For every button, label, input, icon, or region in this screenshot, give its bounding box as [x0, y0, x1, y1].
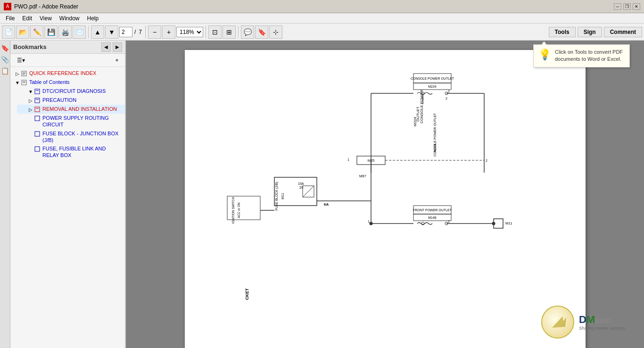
page-total: 7 — [138, 29, 143, 35]
menu-file[interactable]: File — [2, 14, 18, 23]
separator-3 — [206, 26, 206, 38]
bookmarks-list: ▷ QUICK REFERENCE INDEX ▼ Table of Conte… — [10, 67, 125, 348]
bottom-terminal-1: 1 — [368, 220, 370, 223]
panel-add-button[interactable]: + — [112, 55, 122, 66]
zoom-in-button[interactable]: + — [162, 25, 175, 39]
tooltip-bulb-icon: 💡 — [538, 49, 551, 61]
expand-toc[interactable]: ▼ — [14, 79, 21, 86]
next-page-button[interactable]: ▼ — [105, 25, 118, 39]
tooltip-arrow-inner — [542, 41, 546, 45]
logo-text-area: DMauto Sharing creates success — [579, 314, 625, 331]
circuit-diagram: CONSOLE POWER OUTLET M224 CONSOLE POWER … — [201, 69, 569, 333]
comment-button[interactable]: 💬 — [241, 25, 254, 39]
menu-view[interactable]: View — [36, 14, 56, 23]
bookmark-power-supply[interactable]: POWER SUPPLY ROUTING CIRCUIT — [17, 114, 125, 129]
print-button[interactable]: 🖨️ — [58, 25, 72, 39]
page-number-input[interactable] — [119, 27, 132, 37]
zoom-dropdown[interactable]: 118% 100% 75% 150% — [176, 27, 203, 37]
fit-page-button[interactable]: ⊡ — [208, 25, 222, 39]
save-button[interactable]: 💾 — [44, 25, 58, 39]
bm-icon-toc — [21, 79, 27, 86]
minimize-button[interactable]: ─ — [614, 3, 621, 10]
bookmark-label-dtc: DTC/CIRCUIT DIAGNOSIS — [42, 88, 106, 94]
fuse-amp-label: 15A — [298, 182, 304, 185]
tools-button[interactable]: Tools — [549, 27, 576, 37]
label-2-top: 2 — [448, 90, 450, 93]
m25-terminal-2: 2 — [486, 159, 487, 162]
bookmark-fuse-fusible[interactable]: FUSE, FUSIBLE LINK AND RELAY BOX — [17, 144, 125, 160]
open-button[interactable]: 📂 — [16, 25, 29, 39]
new-button[interactable]: 📄 — [2, 25, 15, 39]
page-separator: / — [133, 29, 137, 35]
side-panel-icons: 🔖 📎 📋 — [0, 41, 10, 348]
menu-edit[interactable]: Edit — [18, 14, 36, 23]
bookmark-label-fuse-block: FUSE BLOCK - JUNCTION BOX (J/B) — [42, 130, 123, 144]
front-outlet-label: FRONT POWER OUTLET — [413, 208, 452, 212]
ignition-switch-label-1: IGNITION SWITCH — [231, 197, 235, 224]
panel-toolbar: Bookmarks ◀ ▶ — [10, 41, 125, 54]
select-button[interactable]: ⊹ — [269, 25, 282, 39]
page-label: CKET — [245, 288, 249, 300]
sidebar-icon-0[interactable]: 🔖 — [0, 43, 10, 53]
logo-circle — [541, 306, 574, 339]
sidebar-icon-2[interactable]: 📋 — [0, 66, 10, 75]
app-icon: A — [4, 3, 11, 10]
email-button[interactable]: ✉️ — [73, 25, 86, 39]
panel-collapse-button[interactable]: ◀ — [101, 42, 111, 52]
prev-page-button[interactable]: ▲ — [91, 25, 104, 39]
pdf-page: CONSOLE POWER OUTLET M224 CONSOLE POWER … — [185, 50, 586, 348]
terminal-2-label: 2 — [446, 97, 447, 100]
svg-rect-9 — [35, 98, 40, 103]
bookmark-dtc[interactable]: ▼ DTC/CIRCUIT DIAGNOSIS — [17, 87, 125, 96]
stamp-button[interactable]: 🔖 — [255, 25, 268, 39]
bookmark-label-power-supply: POWER SUPPLY ROUTING CIRCUIT — [42, 115, 123, 128]
console-power-outlet: CONSOLE POWER OUTLET M224 CONSOLE POWER … — [413, 90, 437, 157]
window-title: PWO.pdf - Adobe Reader — [14, 3, 614, 10]
restore-button[interactable]: ❐ — [623, 3, 631, 10]
fit-width-button[interactable]: ⊞ — [223, 25, 236, 39]
comment-right-button[interactable]: Comment — [604, 27, 642, 37]
edit-button[interactable]: ✏️ — [30, 25, 43, 39]
sign-button[interactable]: Sign — [578, 27, 602, 37]
bookmark-fuse-block[interactable]: FUSE BLOCK - JUNCTION BOX (J/B) — [17, 129, 125, 145]
front-outlet-code: M148 — [428, 216, 437, 219]
menu-window[interactable]: Window — [56, 14, 83, 23]
expand-fuse-block[interactable] — [27, 131, 34, 137]
logo-tagline: Sharing creates success — [579, 326, 625, 331]
expand-fuse-fusible[interactable] — [27, 146, 34, 152]
close-button[interactable]: ✕ — [633, 3, 640, 10]
console-outlet-label: CONSOLE POWER OUTLET — [410, 77, 454, 80]
zoom-out-button[interactable]: − — [148, 25, 161, 39]
bm-icon-fuse-block — [34, 131, 41, 137]
svg-text:M224: M224 — [433, 144, 437, 152]
expand-quick-ref[interactable]: ▷ — [14, 70, 21, 77]
menu-help[interactable]: Help — [83, 14, 103, 23]
bookmark-label-precaution: PRECAUTION — [42, 97, 76, 103]
sidebar-icon-1[interactable]: 📎 — [0, 55, 10, 64]
toolbar-right: Tools Sign Comment — [549, 27, 642, 37]
expand-precaution[interactable]: ▷ — [27, 97, 34, 104]
expand-dtc[interactable]: ▼ — [27, 88, 34, 95]
fuse-block-label: FUSE BLOCK (J/B) — [275, 182, 279, 210]
fuse-block-outline — [274, 177, 317, 206]
m25-terminal-1: 1 — [347, 158, 349, 161]
expand-power-supply[interactable] — [27, 115, 34, 122]
bookmark-quick-ref[interactable]: ▷ QUICK REFERENCE INDEX — [10, 69, 125, 78]
separator-4 — [238, 26, 239, 38]
bottom-logo: DMauto Sharing creates success — [541, 306, 625, 339]
console-outlet-code: M224 — [428, 85, 437, 88]
bookmark-precaution[interactable]: ▷ PRECAUTION — [17, 96, 125, 105]
bookmark-label-quick-ref: QUICK REFERENCE INDEX — [29, 70, 96, 76]
pdf-viewer[interactable]: 💡 Click on Tools to convert PDF document… — [126, 41, 644, 348]
bookmark-toc[interactable]: ▼ Table of Contents — [10, 78, 125, 87]
fuse-diagonal — [303, 186, 314, 197]
expand-removal[interactable]: ▷ — [27, 106, 34, 113]
svg-rect-15 — [35, 147, 40, 151]
bm-icon-quick-ref — [21, 70, 27, 77]
logo-brand: DMauto — [579, 314, 625, 326]
window-controls: ─ ❐ ✕ — [614, 3, 640, 10]
panel-options-button[interactable]: ☰▾ — [13, 55, 28, 66]
panel-expand-button[interactable]: ▶ — [113, 42, 122, 52]
bookmark-removal[interactable]: ▷ REMOVAL AND INSTALLATION — [17, 105, 125, 114]
bm-icon-dtc — [34, 88, 41, 95]
